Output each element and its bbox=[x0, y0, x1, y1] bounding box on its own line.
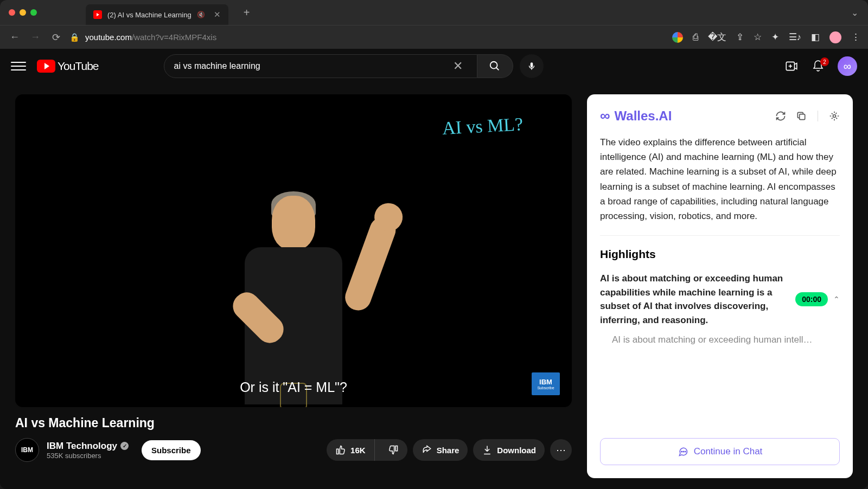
voice-search-button[interactable] bbox=[520, 54, 544, 78]
menu-button[interactable] bbox=[11, 62, 26, 70]
menu-icon[interactable]: ⋮ bbox=[851, 31, 860, 43]
infinity-icon: ∞ bbox=[600, 107, 610, 124]
youtube-header: YouTube ✕ 2 ∞ bbox=[0, 49, 868, 83]
svg-point-0 bbox=[490, 62, 497, 69]
highlight-text: AI is about matching or exceeding human … bbox=[600, 272, 788, 327]
chevron-up-icon[interactable]: ⌃ bbox=[833, 295, 840, 304]
svg-line-1 bbox=[496, 68, 499, 70]
profile-avatar-icon[interactable] bbox=[829, 31, 841, 43]
bookmark-icon[interactable]: ☆ bbox=[754, 31, 762, 43]
extensions-icon[interactable]: ✦ bbox=[771, 31, 779, 43]
install-icon[interactable]: ⎙ bbox=[693, 32, 698, 43]
chat-icon bbox=[678, 446, 688, 457]
search-field[interactable]: ✕ bbox=[164, 54, 477, 78]
channel-watermark[interactable]: IBM Subscribe bbox=[532, 372, 560, 395]
video-caption: Or is it "AI = ML"? bbox=[240, 379, 347, 395]
account-avatar[interactable]: ∞ bbox=[838, 56, 857, 76]
continue-chat-button[interactable]: Continue in Chat bbox=[600, 438, 840, 465]
reload-icon[interactable]: ⟳ bbox=[49, 31, 63, 43]
youtube-logo-icon bbox=[37, 60, 55, 73]
svg-rect-6 bbox=[800, 114, 805, 119]
video-player[interactable]: AI vs ML? Or is it "AI = ML"? IBM Subscr… bbox=[15, 94, 572, 407]
back-icon[interactable]: ← bbox=[8, 31, 22, 43]
share-icon[interactable]: ⇪ bbox=[736, 31, 744, 43]
browser-titlebar: (2) AI vs Machine Learning 🔇 ✕ + ⌄ bbox=[0, 0, 868, 25]
google-icon[interactable] bbox=[672, 32, 683, 43]
youtube-favicon bbox=[93, 10, 102, 19]
search-button[interactable] bbox=[477, 54, 513, 78]
divider bbox=[600, 235, 840, 236]
timestamp-badge[interactable]: 00:00 bbox=[795, 292, 828, 306]
new-tab-button[interactable]: + bbox=[244, 7, 250, 19]
verified-icon: ✓ bbox=[120, 442, 129, 450]
refresh-icon[interactable] bbox=[775, 111, 786, 121]
like-dislike-group: 16K bbox=[327, 439, 407, 461]
channel-avatar[interactable]: IBM bbox=[15, 438, 39, 462]
browser-toolbar: ← → ⟳ 🔒 youtube.com/watch?v=4RixMPF4xis … bbox=[0, 25, 868, 49]
svg-point-10 bbox=[685, 451, 686, 452]
svg-point-9 bbox=[683, 451, 684, 452]
copy-icon[interactable] bbox=[796, 111, 807, 121]
highlight-detail: AI is about matching or exceeding human … bbox=[600, 334, 840, 345]
create-button[interactable] bbox=[784, 59, 799, 73]
address-bar[interactable]: 🔒 youtube.com/watch?v=4RixMPF4xis bbox=[69, 33, 666, 42]
thumb-down-icon bbox=[388, 445, 399, 455]
search-input[interactable] bbox=[174, 61, 449, 71]
window-close[interactable] bbox=[9, 9, 15, 16]
notification-badge: 2 bbox=[820, 57, 829, 66]
share-button[interactable]: Share bbox=[413, 439, 468, 461]
download-button[interactable]: Download bbox=[473, 439, 545, 461]
search-icon bbox=[489, 60, 501, 72]
create-icon bbox=[784, 59, 799, 73]
window-maximize[interactable] bbox=[30, 9, 37, 16]
youtube-logo-text: YouTube bbox=[58, 60, 99, 73]
audio-icon[interactable]: 🔇 bbox=[197, 11, 205, 18]
highlight-item[interactable]: AI is about matching or exceeding human … bbox=[600, 272, 840, 327]
more-actions-button[interactable]: ⋯ bbox=[550, 439, 572, 461]
reading-list-icon[interactable]: ☰♪ bbox=[789, 31, 802, 43]
svg-point-7 bbox=[833, 114, 836, 117]
walles-sidebar: ∞ Walles.AI The video explains the bbox=[587, 94, 853, 478]
subscriber-count: 535K subscribers bbox=[47, 452, 129, 460]
thumb-up-icon bbox=[335, 445, 346, 455]
subscribe-button[interactable]: Subscribe bbox=[142, 440, 201, 460]
translate-icon[interactable]: �文 bbox=[708, 31, 726, 43]
lock-icon: 🔒 bbox=[69, 33, 80, 42]
dislike-button[interactable] bbox=[379, 439, 407, 461]
forward-icon: → bbox=[28, 31, 42, 43]
url-path: /watch?v=4RixMPF4xis bbox=[132, 33, 216, 42]
channel-name[interactable]: IBM Technology ✓ bbox=[47, 441, 129, 452]
download-icon bbox=[482, 445, 493, 455]
youtube-logo[interactable]: YouTube bbox=[37, 60, 99, 73]
settings-icon[interactable] bbox=[829, 111, 840, 121]
side-panel-icon[interactable]: ◧ bbox=[811, 31, 820, 43]
walles-brand[interactable]: ∞ Walles.AI bbox=[600, 107, 672, 124]
like-button[interactable]: 16K bbox=[327, 439, 375, 461]
share-icon bbox=[422, 445, 432, 455]
mic-icon bbox=[527, 61, 537, 71]
notifications-button[interactable]: 2 bbox=[812, 60, 825, 73]
browser-tab[interactable]: (2) AI vs Machine Learning 🔇 ✕ bbox=[86, 4, 228, 25]
clear-search-icon[interactable]: ✕ bbox=[449, 59, 467, 73]
tabs-dropdown-icon[interactable]: ⌄ bbox=[851, 8, 858, 18]
window-minimize[interactable] bbox=[20, 9, 26, 16]
whiteboard-text: AI vs ML? bbox=[442, 114, 524, 139]
svg-rect-2 bbox=[530, 62, 533, 67]
video-summary: The video explains the difference betwee… bbox=[600, 135, 840, 223]
close-tab-icon[interactable]: ✕ bbox=[214, 10, 221, 20]
highlights-heading: Highlights bbox=[600, 248, 840, 261]
divider bbox=[818, 111, 818, 121]
url-domain: youtube.com bbox=[85, 33, 132, 42]
presenter-figure bbox=[190, 179, 397, 407]
tab-title: (2) AI vs Machine Learning bbox=[107, 11, 192, 19]
svg-point-8 bbox=[681, 451, 682, 452]
video-title: AI vs Machine Learning bbox=[15, 416, 572, 430]
